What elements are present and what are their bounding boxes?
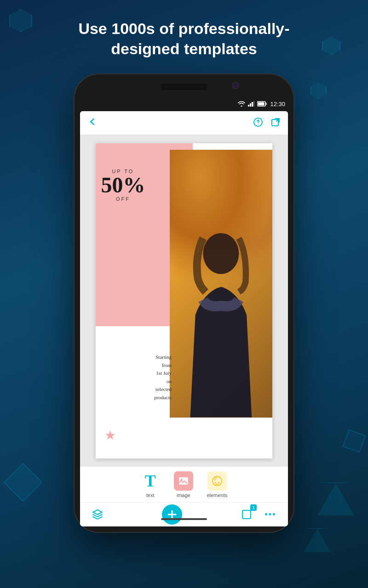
phone-mockup: 12:30 [74, 74, 294, 533]
image-icon [178, 475, 189, 486]
svg-rect-2 [252, 102, 253, 107]
star-decoration: ★ [104, 428, 116, 443]
wifi-icon [238, 101, 245, 107]
svg-rect-3 [253, 101, 254, 107]
hex-shape-1 [9, 9, 32, 32]
layers-button[interactable] [89, 506, 106, 523]
svg-rect-16 [242, 510, 251, 519]
svg-rect-1 [250, 103, 251, 107]
percent-label: 50% [101, 174, 145, 196]
canvas-area[interactable]: UP TO 50% OFF Startingfrom1st Julyonsele… [80, 135, 288, 467]
phone-body: 12:30 [74, 74, 294, 533]
signal-icon [248, 101, 254, 107]
layer-count-button[interactable]: 1 [238, 506, 255, 523]
add-button[interactable] [162, 504, 182, 525]
svg-rect-6 [258, 102, 264, 106]
rect-shape-2 [342, 429, 366, 452]
photo-block [170, 150, 272, 418]
text-tool-label: text [146, 492, 155, 498]
page-heading: Use 1000s of professionally- designed te… [46, 18, 322, 59]
phone-home-bar [161, 518, 207, 520]
image-tool-label: image [177, 492, 190, 498]
template-card: UP TO 50% OFF Startingfrom1st Julyonsele… [96, 143, 272, 458]
svg-point-10 [203, 233, 239, 274]
more-dots-icon: ••• [265, 510, 276, 520]
layers-icon [92, 509, 104, 520]
person-svg [170, 190, 272, 418]
more-button[interactable]: ••• [262, 506, 279, 523]
svg-rect-0 [248, 105, 249, 107]
svg-point-15 [218, 481, 219, 483]
text-tool-icon: T [141, 471, 160, 491]
person-photo [170, 150, 272, 418]
hex-shape-2 [322, 37, 340, 55]
image-tool-icon [174, 471, 193, 491]
bottom-toolbar: T text image [80, 467, 288, 526]
battery-icon [257, 101, 267, 107]
open-button[interactable] [270, 117, 281, 129]
svg-point-14 [214, 481, 216, 483]
image-tool[interactable]: image [174, 471, 193, 498]
phone-screen: UP TO 50% OFF Startingfrom1st Julyonsele… [80, 111, 288, 526]
elements-tool-label: elements [207, 492, 228, 498]
svg-rect-5 [266, 103, 267, 105]
status-time: 12:30 [270, 101, 285, 107]
status-icons: 12:30 [238, 101, 285, 107]
hex-shape-3 [310, 83, 327, 99]
toolbar-tools: T text image [80, 467, 288, 503]
toolbar-bottom: 1 ••• [80, 503, 288, 526]
help-button[interactable] [253, 117, 263, 129]
layer-count-badge: 1 [250, 504, 257, 511]
app-bar-actions [253, 117, 281, 129]
discount-text-block: UP TO 50% OFF [101, 169, 145, 202]
elements-icon [211, 475, 224, 487]
triangle-shape-1 [317, 482, 354, 515]
layer-count-icon [241, 509, 252, 520]
triangle-shape-2 [304, 528, 331, 552]
toolbar-right-actions: 1 ••• [238, 506, 279, 523]
elements-tool[interactable]: elements [207, 471, 228, 498]
svg-point-8 [258, 124, 259, 125]
phone-camera [232, 82, 239, 89]
phone-speaker [161, 84, 207, 90]
starting-from-text: Startingfrom1st Julyonselectedproducts [101, 353, 172, 402]
status-bar: 12:30 [74, 97, 294, 110]
back-button[interactable] [87, 117, 98, 130]
elements-tool-icon [207, 471, 227, 491]
rect-shape-1 [4, 463, 43, 502]
text-tool[interactable]: T text [141, 471, 160, 498]
app-bar [80, 111, 288, 135]
